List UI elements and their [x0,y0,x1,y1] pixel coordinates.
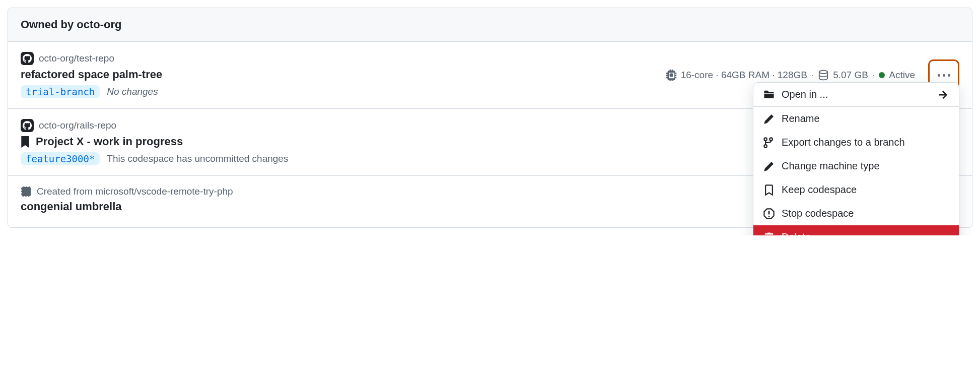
panel-header: Owned by octo-org [8,8,972,42]
menu-label: Delete [782,231,811,235]
codespace-info: octo-org/test-repo refactored space palm… [21,52,666,98]
menu-open-in[interactable]: Open in ... [753,83,959,107]
arrow-right-icon [938,89,949,100]
svg-rect-0 [670,74,673,77]
codespace-row: octo-org/test-repo refactored space palm… [8,42,972,109]
menu-label: Rename [782,113,820,124]
repo-name[interactable]: octo-org/rails-repo [39,120,116,131]
bookmark-icon [763,184,775,196]
codespace-name[interactable]: refactored space palm-tree [21,68,162,81]
menu-export[interactable]: Export changes to a branch [753,131,959,154]
menu-stop[interactable]: Stop codespace [753,202,959,225]
menu-label: Stop codespace [782,208,854,219]
created-from-text: Created from microsoft/vscode-remote-try… [37,186,233,197]
codespace-name[interactable]: congenial umbrella [21,200,122,213]
menu-change-machine[interactable]: Change machine type [753,154,959,178]
menu-label: Keep codespace [782,184,857,196]
separator-dot: · [872,70,875,81]
status-text: Active [889,70,915,81]
panel-title: Owned by octo-org [21,18,959,31]
menu-keep[interactable]: Keep codespace [753,178,959,202]
svg-rect-5 [22,187,31,196]
codespace-name[interactable]: Project X - work in progress [36,135,183,148]
codespace-info: Created from microsoft/vscode-remote-try… [21,186,827,217]
github-icon [21,52,34,65]
pencil-icon [763,113,775,124]
cpu-icon [666,70,677,81]
status-dot-icon [879,72,885,78]
menu-rename[interactable]: Rename [753,107,959,131]
pencil-icon [763,161,775,172]
menu-label: Export changes to a branch [782,137,905,148]
template-icon [21,186,32,197]
bookmark-icon [21,136,30,147]
stop-icon [763,208,775,219]
folder-open-icon [763,89,775,100]
spec-text: 16-core · 64GB RAM · 128GB [681,70,807,81]
menu-delete[interactable]: Delete [753,225,959,235]
repo-name[interactable]: octo-org/test-repo [39,53,114,64]
database-icon [818,70,829,81]
github-icon [21,119,34,132]
svg-rect-2 [768,211,770,214]
changes-text: This codespace has uncommitted changes [107,153,288,164]
codespaces-panel: Owned by octo-org octo-org/test-repo ref… [8,8,972,228]
branch-pill[interactable]: trial-branch [21,85,100,98]
trash-icon [763,232,775,236]
storage-text: 5.07 GB [833,70,868,81]
svg-point-1 [819,71,828,74]
git-branch-icon [763,137,775,148]
menu-label: Change machine type [782,160,880,172]
menu-label: Open in ... [782,89,828,100]
separator-dot: · [811,70,814,81]
codespace-actions-menu: Open in ... Rename Export changes to a b… [753,82,959,235]
svg-rect-3 [768,216,770,217]
branch-pill[interactable]: feature3000* [21,152,100,165]
codespace-info: octo-org/rails-repo Project X - work in … [21,119,822,165]
changes-text: No changes [107,86,158,97]
